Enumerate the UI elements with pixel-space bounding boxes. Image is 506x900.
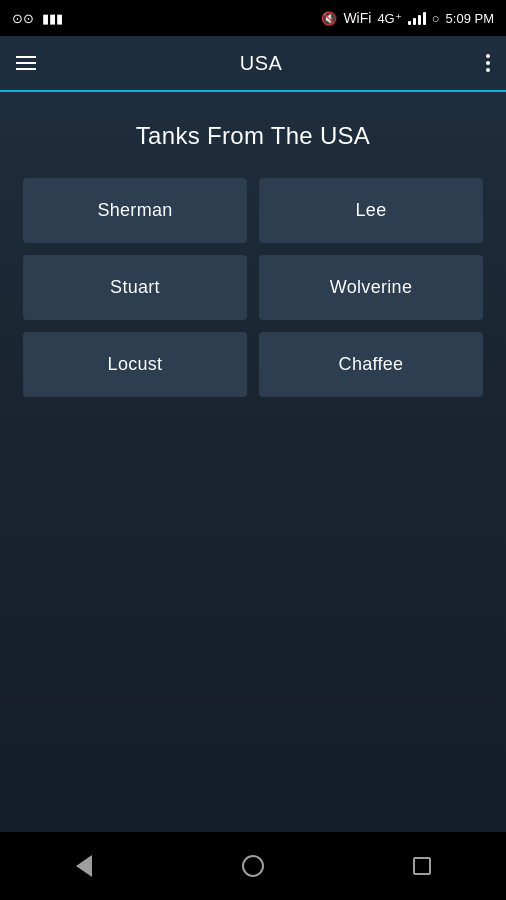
signal-icon: ▮▮▮ xyxy=(42,11,63,26)
wifi-icon: WiFi xyxy=(343,10,371,26)
signal-bar-1 xyxy=(408,21,411,25)
toolbar-title: USA xyxy=(240,52,283,75)
toolbar: USA xyxy=(0,36,506,92)
nav-recents-button[interactable] xyxy=(392,844,452,888)
tank-button-lee[interactable]: Lee xyxy=(259,178,483,243)
main-content: Tanks From The USA Sherman Lee Stuart Wo… xyxy=(0,92,506,832)
tank-button-stuart[interactable]: Stuart xyxy=(23,255,247,320)
overflow-dot-3 xyxy=(486,68,490,72)
signal-bar-3 xyxy=(418,15,421,25)
page-title: Tanks From The USA xyxy=(136,122,370,150)
signal-bar-4 xyxy=(423,12,426,25)
hamburger-line-3 xyxy=(16,68,36,70)
signal-bars xyxy=(408,11,426,25)
nav-bar xyxy=(0,832,506,900)
status-time: 5:09 PM xyxy=(446,11,494,26)
sync-icon: ○ xyxy=(432,11,440,26)
hamburger-line-1 xyxy=(16,56,36,58)
tank-button-locust[interactable]: Locust xyxy=(23,332,247,397)
status-bar: ⊙⊙ ▮▮▮ 🔇 WiFi 4G⁺ ○ 5:09 PM xyxy=(0,0,506,36)
recents-icon xyxy=(413,857,431,875)
phone-icon: ⊙⊙ xyxy=(12,11,34,26)
mute-icon: 🔇 xyxy=(321,11,337,26)
tank-grid: Sherman Lee Stuart Wolverine Locust Chaf… xyxy=(23,178,483,397)
overflow-menu-button[interactable] xyxy=(486,54,490,72)
overflow-dot-2 xyxy=(486,61,490,65)
nav-home-button[interactable] xyxy=(223,844,283,888)
signal-bar-2 xyxy=(413,18,416,25)
status-bar-left: ⊙⊙ ▮▮▮ xyxy=(12,11,63,26)
network-icon: 4G⁺ xyxy=(377,11,401,26)
overflow-dot-1 xyxy=(486,54,490,58)
back-icon xyxy=(76,855,92,877)
status-bar-right: 🔇 WiFi 4G⁺ ○ 5:09 PM xyxy=(321,10,494,26)
home-icon xyxy=(242,855,264,877)
menu-button[interactable] xyxy=(16,56,36,70)
tank-button-sherman[interactable]: Sherman xyxy=(23,178,247,243)
hamburger-line-2 xyxy=(16,62,36,64)
tank-button-chaffee[interactable]: Chaffee xyxy=(259,332,483,397)
tank-button-wolverine[interactable]: Wolverine xyxy=(259,255,483,320)
nav-back-button[interactable] xyxy=(54,844,114,888)
